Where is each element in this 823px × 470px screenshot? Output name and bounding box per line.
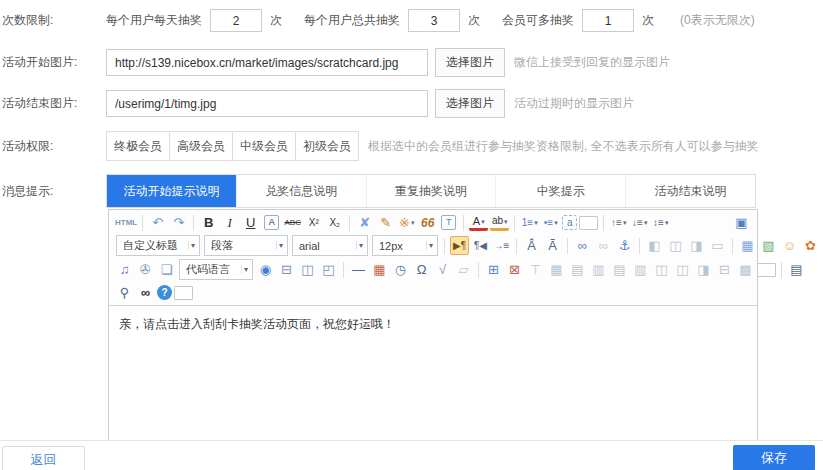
- fullscreen-icon[interactable]: ▣: [732, 213, 751, 232]
- char-border-icon[interactable]: A: [264, 215, 279, 230]
- line-spacing-icon[interactable]: ↕≡▾: [651, 213, 670, 232]
- start-image-input[interactable]: [106, 49, 428, 76]
- message-tab-2[interactable]: 重复抽奖说明: [366, 175, 496, 207]
- autotypeset-icon[interactable]: ※▾: [397, 213, 416, 232]
- special-char-icon[interactable]: Ω: [412, 260, 431, 279]
- ordered-list-icon[interactable]: 1≡▾: [520, 213, 539, 232]
- merge-cells-icon[interactable]: ▦: [547, 260, 566, 279]
- italic-icon[interactable]: I: [220, 213, 239, 232]
- message-tab-4[interactable]: 活动结束说明: [625, 175, 755, 207]
- save-button[interactable]: 保存: [733, 445, 815, 470]
- word-image-icon[interactable]: ✿: [801, 236, 820, 255]
- bold-icon[interactable]: B: [199, 213, 218, 232]
- help-icon[interactable]: ?: [157, 285, 172, 300]
- pagebreak-icon[interactable]: ⊟: [277, 260, 296, 279]
- date-icon[interactable]: ▦: [370, 260, 389, 279]
- blank-doc-icon[interactable]: [757, 263, 776, 277]
- font-size-select[interactable]: 12px▾: [372, 235, 438, 256]
- unlink-icon[interactable]: ∞: [594, 236, 613, 255]
- permission-option-1[interactable]: 高级会员: [169, 131, 233, 161]
- delete-col-icon[interactable]: ▥: [631, 260, 650, 279]
- toolbar-separator: [516, 238, 517, 254]
- merge-right-icon[interactable]: ◨: [694, 260, 713, 279]
- code-language-select[interactable]: 代码语言▾: [179, 259, 253, 280]
- permission-row: 活动权限: 终极会员高级会员中级会员初级会员 根据选中的会员组进行参与抽奖资格限…: [0, 131, 823, 161]
- source-code-button[interactable]: HTML: [115, 213, 137, 232]
- insert-table-icon[interactable]: ⊞: [484, 260, 503, 279]
- sort-table-icon[interactable]: ▩: [736, 260, 755, 279]
- message-tab-1[interactable]: 兑奖信息说明: [236, 175, 366, 207]
- permission-option-0[interactable]: 终极会员: [106, 131, 170, 161]
- time-icon[interactable]: ◷: [391, 260, 410, 279]
- split-row-icon[interactable]: ◫: [652, 260, 671, 279]
- paragraph-spacing-top-icon[interactable]: ↑≡▾: [609, 213, 628, 232]
- message-tab-0[interactable]: 活动开始提示说明: [107, 175, 236, 207]
- insert-code-icon[interactable]: ❏: [157, 260, 176, 279]
- to-lowercase-icon[interactable]: Ã: [543, 236, 562, 255]
- clear-doc-icon[interactable]: [579, 216, 598, 230]
- attachment-icon[interactable]: ✇: [136, 260, 155, 279]
- paste-icon[interactable]: [174, 286, 193, 300]
- start-image-pick-button[interactable]: 选择图片: [435, 48, 505, 77]
- paste-text-icon[interactable]: T: [441, 215, 456, 230]
- insert-image-icon[interactable]: ▦: [738, 236, 757, 255]
- template-icon[interactable]: ◫: [298, 260, 317, 279]
- subscript-icon[interactable]: X₂: [325, 213, 344, 232]
- editor-content[interactable]: 亲，请点击进入刮刮卡抽奖活动页面，祝您好运哦！: [109, 306, 757, 446]
- emoji-icon[interactable]: ☺: [780, 236, 799, 255]
- chart-icon[interactable]: ▱: [454, 260, 473, 279]
- member-extra-input[interactable]: [582, 9, 634, 32]
- find-replace-icon[interactable]: ∞: [136, 283, 155, 302]
- permission-option-2[interactable]: 中级会员: [232, 131, 296, 161]
- image-align-left-icon[interactable]: ◧: [645, 236, 664, 255]
- map-icon[interactable]: ◉: [256, 260, 275, 279]
- delete-row-icon[interactable]: ▤: [610, 260, 629, 279]
- to-uppercase-icon[interactable]: Â: [522, 236, 541, 255]
- table-title-icon[interactable]: ⊤: [526, 260, 545, 279]
- image-align-right-icon[interactable]: ◨: [687, 236, 706, 255]
- permission-option-3[interactable]: 初级会员: [295, 131, 359, 161]
- undo-icon[interactable]: ↶: [148, 213, 167, 232]
- per-day-input[interactable]: [210, 9, 262, 32]
- insert-row-icon[interactable]: ▤: [568, 260, 587, 279]
- format-painter-icon[interactable]: ✎: [376, 213, 395, 232]
- anchor-inline-icon[interactable]: a: [562, 215, 577, 230]
- split-col-icon[interactable]: ◫: [673, 260, 692, 279]
- text-direction-icon[interactable]: ¶◀: [471, 236, 490, 255]
- member-extra-label: 会员可多抽奖: [502, 12, 574, 29]
- preview-icon[interactable]: ⚲: [115, 283, 134, 302]
- end-image-input[interactable]: [106, 90, 428, 117]
- font-color-icon[interactable]: A▾: [469, 215, 488, 231]
- music-icon[interactable]: ♫: [115, 260, 134, 279]
- indent-icon[interactable]: →≡: [492, 236, 511, 255]
- superscript-icon[interactable]: X²: [304, 213, 323, 232]
- formula-icon[interactable]: √: [433, 260, 452, 279]
- delete-table-icon[interactable]: ⊠: [505, 260, 524, 279]
- remove-format-icon[interactable]: ✘: [355, 213, 374, 232]
- underline-icon[interactable]: U: [241, 213, 260, 232]
- custom-title-select[interactable]: 自定义标题▾: [116, 235, 200, 256]
- font-family-select[interactable]: arial▾: [292, 235, 368, 256]
- redo-icon[interactable]: ↷: [169, 213, 188, 232]
- message-tab-3[interactable]: 中奖提示: [495, 175, 625, 207]
- end-image-pick-button[interactable]: 选择图片: [435, 89, 505, 118]
- merge-down-icon[interactable]: ⊟: [715, 260, 734, 279]
- screenshot-icon[interactable]: ◰: [319, 260, 338, 279]
- link-icon[interactable]: ∞: [573, 236, 592, 255]
- image-align-none-icon[interactable]: ▭: [708, 236, 727, 255]
- anchor-icon[interactable]: ⚓: [615, 236, 634, 255]
- blockquote-icon[interactable]: 66: [418, 213, 437, 232]
- strikethrough-icon[interactable]: ABC: [283, 213, 302, 232]
- paragraph-select[interactable]: 段落▾: [204, 235, 288, 256]
- horizontal-rule-icon[interactable]: —: [349, 260, 368, 279]
- back-button[interactable]: 返回: [2, 446, 85, 470]
- first-line-indent-icon[interactable]: ▶¶: [450, 236, 469, 255]
- insert-col-icon[interactable]: ▥: [589, 260, 608, 279]
- highlight-color-icon[interactable]: ab▾: [490, 215, 509, 231]
- paragraph-spacing-bottom-icon[interactable]: ↓≡▾: [630, 213, 649, 232]
- print-icon[interactable]: ▤: [787, 260, 806, 279]
- unordered-list-icon[interactable]: •≡▾: [541, 213, 560, 232]
- image-align-center-icon[interactable]: ◫: [666, 236, 685, 255]
- total-input[interactable]: [408, 9, 460, 32]
- scrawl-icon[interactable]: ▧: [759, 236, 778, 255]
